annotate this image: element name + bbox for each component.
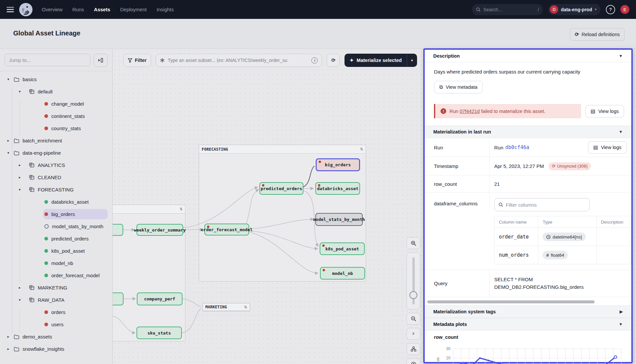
filter-columns-input[interactable]: Filter columns (494, 198, 590, 211)
nav-item-overview[interactable]: Overview (42, 7, 63, 12)
expand-group-icon[interactable]: ⇅ (244, 305, 247, 309)
failed-run-link[interactable]: 07f4421d (460, 109, 480, 114)
nav-item-assets[interactable]: Assets (94, 7, 110, 12)
system-tags-section-header[interactable]: Materialization system tags ▶ (425, 305, 631, 318)
search-input[interactable]: Search... / (472, 4, 543, 15)
zoom-slider-handle[interactable] (409, 291, 417, 299)
caret-down-icon[interactable]: ▾ (0, 77, 13, 81)
sidebar-item-body[interactable]: country_stats (43, 123, 108, 133)
sidebar-item-big_orders[interactable]: big_orders (0, 208, 112, 220)
jump-to-input[interactable] (5, 54, 90, 66)
menu-icon[interactable] (7, 7, 14, 12)
sidebar-item-body[interactable]: MARKETING (28, 283, 108, 293)
graph-node-partial_b[interactable] (113, 292, 124, 305)
sidebar-item-basics[interactable]: ▾basics (0, 73, 112, 85)
graph-node-model_stats_by_month[interactable]: model_stats_by_month (315, 213, 363, 226)
caret-down-icon[interactable]: ▾ (0, 151, 13, 155)
zoom-out-button[interactable] (406, 313, 420, 325)
collapse-all-groups-button[interactable]: ⌄⌃ (406, 328, 420, 340)
sidebar-item-body[interactable]: FORECASTING (28, 184, 108, 195)
sidebar-item-continent_stats[interactable]: continent_stats (0, 110, 112, 122)
reload-definitions-button[interactable]: ⟳ Reload definitions (570, 28, 625, 41)
sidebar-item-demo_assets[interactable]: ▸demo_assets (0, 331, 112, 343)
asset-subset-input[interactable]: Type an asset subset... (ex: ANALYTICS/w… (156, 54, 322, 67)
sidebar-item-body[interactable]: orders (43, 307, 108, 317)
deployment-switcher[interactable]: D data-eng-prod ▾ (548, 4, 601, 15)
graph-node-order_forecast_model[interactable]: order_forecast_model (204, 224, 249, 235)
help-icon[interactable]: ? (606, 5, 615, 14)
sidebar-item-body[interactable]: RAW_DATA (28, 295, 108, 305)
collapse-sidebar-button[interactable] (94, 54, 108, 67)
sidebar-item-model_stats_by_month[interactable]: model_stats_by_month (0, 220, 112, 233)
collapse-group-icon[interactable]: ⇅ (360, 147, 363, 151)
view-logs-button[interactable]: ▤ View logs (588, 141, 627, 154)
sidebar-item-analytics[interactable]: ▸ANALYTICS (0, 159, 112, 171)
group-analytics-header[interactable]: ⇅ (113, 205, 185, 214)
sidebar-item-orders[interactable]: orders (0, 306, 112, 318)
sidebar-item-forecasting[interactable]: ▾FORECASTING (0, 183, 112, 196)
sidebar-item-body[interactable]: predicted_orders (43, 234, 108, 244)
materialize-dropdown-caret[interactable]: ▾ (407, 58, 417, 63)
sidebar-item-cleaned[interactable]: ▸CLEANED (0, 171, 112, 183)
info-icon[interactable]: i (311, 57, 318, 64)
caret-down-icon[interactable]: ▾ (0, 89, 28, 94)
materialize-main[interactable]: ✦ Materialize selected (344, 58, 406, 63)
sidebar-item-predicted_orders[interactable]: predicted_orders (0, 233, 112, 245)
sidebar-item-body[interactable]: snowflake_insights (13, 344, 108, 354)
sidebar-item-body[interactable]: big_orders (43, 209, 108, 219)
sidebar-item-order_forecast_model[interactable]: order_forecast_model (0, 269, 112, 282)
nav-item-runs[interactable]: Runs (73, 7, 84, 12)
sidebar-item-body[interactable]: data-eng-pipeline (13, 148, 108, 158)
collapse-group-icon[interactable]: ⇅ (180, 207, 183, 211)
caret-down-icon[interactable]: ▾ (0, 298, 28, 302)
graph-node-big_orders[interactable]: big_orders (316, 158, 360, 171)
sidebar-item-body[interactable]: change_model (43, 99, 108, 109)
sidebar-item-change_model[interactable]: change_model (0, 98, 112, 110)
caret-down-icon[interactable]: ▾ (0, 187, 28, 192)
sidebar-item-users[interactable]: users (0, 318, 112, 331)
sidebar-item-batch_enrichment[interactable]: ▸batch_enrichment (0, 134, 112, 147)
metadata-plots-section-header[interactable]: Metadata plots ▼ (425, 318, 631, 331)
unsynced-badge[interactable]: ⟳ Unsynced (308) (549, 162, 591, 170)
avatar[interactable]: E (620, 5, 629, 14)
graph-node-model_nb[interactable]: model_nb (320, 267, 365, 280)
sidebar-item-body[interactable]: databricks_asset (43, 197, 108, 207)
description-section-header[interactable]: Description ▼ (425, 50, 631, 62)
dagster-logo-icon[interactable] (19, 3, 32, 16)
sidebar-item-raw_data[interactable]: ▾RAW_DATA (0, 294, 112, 306)
sidebar-item-snowflake_insights[interactable]: ▸snowflake_insights (0, 343, 112, 355)
recenter-button[interactable] (406, 358, 420, 364)
view-logs-button[interactable]: ▤ View logs (585, 105, 624, 118)
graph-node-weekly_order_summary[interactable]: weekly_order_summary (136, 224, 183, 236)
graph-node-sku_stats[interactable]: sku_stats (136, 327, 182, 339)
sidebar-item-body[interactable]: basics (13, 74, 108, 84)
sidebar-item-default[interactable]: ▾default (0, 85, 112, 98)
caret-right-icon[interactable]: ▸ (0, 335, 13, 339)
graph-node-company_perf[interactable]: company_perf (137, 292, 183, 305)
sidebar-item-k8s_pod_asset[interactable]: k8s_pod_asset (0, 245, 112, 257)
sidebar-item-body[interactable]: ANALYTICS (28, 160, 108, 170)
zoom-slider[interactable] (406, 252, 420, 309)
sidebar-item-body[interactable]: default (28, 86, 108, 97)
sidebar-item-databricks_asset[interactable]: databricks_asset (0, 196, 112, 208)
zoom-in-button[interactable] (406, 237, 420, 249)
caret-right-icon[interactable]: ▸ (0, 286, 28, 290)
group-marketing-collapsed[interactable]: MARKETING ⇅ (202, 303, 250, 311)
graph-node-databricks_asset[interactable]: databricks_asset (315, 182, 360, 195)
caret-right-icon[interactable]: ▸ (0, 163, 28, 167)
sidebar-item-marketing[interactable]: ▸MARKETING (0, 282, 112, 294)
sidebar-item-body[interactable]: model_nb (43, 258, 108, 268)
view-metadata-button[interactable]: ⧉ View metadata (434, 81, 483, 93)
sidebar-item-body[interactable]: demo_assets (13, 332, 108, 342)
horizontal-scrollbar[interactable] (427, 300, 595, 303)
caret-right-icon[interactable]: ▸ (0, 138, 13, 143)
caret-right-icon[interactable]: ▸ (0, 175, 28, 180)
re-layout-button[interactable] (406, 343, 420, 355)
run-id-link[interactable]: db0cf46a (505, 144, 529, 150)
materialization-section-header[interactable]: Materialization in last run ▼ (425, 126, 631, 138)
sidebar-item-body[interactable]: batch_enrichment (13, 135, 108, 146)
caret-right-icon[interactable]: ▸ (0, 347, 13, 351)
graph-node-k8s_pod_asset[interactable]: k8s_pod_asset (320, 242, 365, 255)
nav-item-deployment[interactable]: Deployment (120, 7, 147, 12)
sidebar-item-model_nb[interactable]: model_nb (0, 257, 112, 269)
